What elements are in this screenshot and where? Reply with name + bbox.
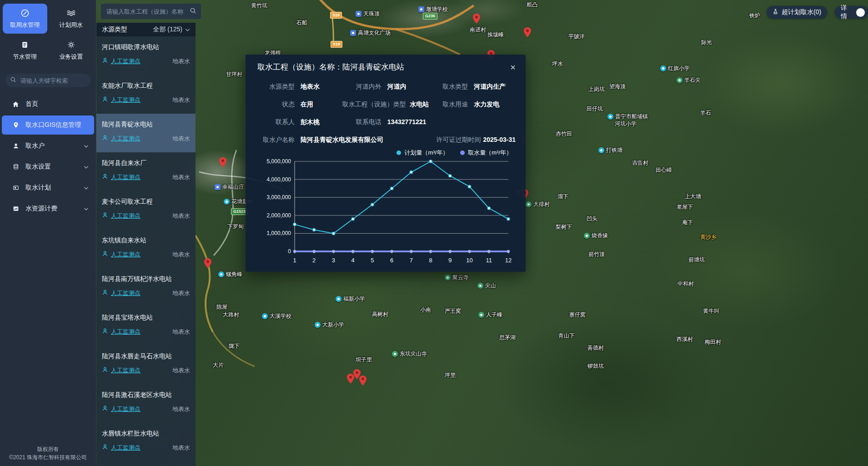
monitor-type-link[interactable]: 人工监测点 xyxy=(111,289,140,297)
sidebar-item-0[interactable]: 首页 xyxy=(0,94,96,115)
field-label: 取水类型 xyxy=(429,83,468,91)
field-value: 彭木桃 xyxy=(301,118,320,126)
person-icon xyxy=(102,212,108,220)
station-list-item[interactable]: 水唇镇水栏肚水电站 人工监测点 地表水 xyxy=(96,423,196,461)
water-source-type: 地表水 xyxy=(172,328,190,336)
svg-text:7: 7 xyxy=(410,257,413,264)
nav-card-1[interactable]: 计划用水 xyxy=(49,4,94,34)
sidebar-search-input[interactable] xyxy=(20,77,101,85)
monitor-type-link[interactable]: 人工监测点 xyxy=(111,328,140,336)
station-list-item[interactable]: 陆河县宝塔水电站 人工监测点 地表水 xyxy=(96,307,196,346)
monitor-type-link[interactable]: 人工监测点 xyxy=(111,173,140,181)
monitor-type-link[interactable]: 人工监测点 xyxy=(111,251,140,259)
nav-card-0[interactable]: 取用水管理 xyxy=(3,4,47,34)
map-label: 中和村 xyxy=(677,280,694,288)
sidebar-item-1[interactable]: 取水口GIS信息管理 xyxy=(2,115,94,135)
map-label: 大溪学校 xyxy=(262,312,291,320)
green-poi-icon xyxy=(478,312,484,318)
monitor-type-link[interactable]: 人工监测点 xyxy=(111,212,140,220)
red-pin-marker[interactable] xyxy=(204,258,211,268)
field-联系电话: 联系电话13432771221 xyxy=(342,118,429,126)
map-label: 打铁塘 xyxy=(598,146,622,154)
sidebar-item-5[interactable]: 水资源计费 xyxy=(0,198,96,219)
svg-text:0: 0 xyxy=(288,248,291,255)
station-name: 麦卡公司取水工程 xyxy=(102,198,190,206)
detail-toggle[interactable]: 详情 xyxy=(835,6,868,19)
map-label: 际光 xyxy=(701,39,712,46)
station-search[interactable] xyxy=(101,4,201,19)
map-label: 善德村 xyxy=(587,344,604,352)
search-icon[interactable] xyxy=(190,7,196,16)
station-name: 陆河县自来水厂 xyxy=(102,159,190,167)
red-pin-marker[interactable] xyxy=(524,27,531,37)
map-label: 螺角峰 xyxy=(218,271,242,278)
monitor-type-link[interactable]: 人工监测点 xyxy=(111,405,140,413)
sidebar-item-3[interactable]: 取水设置 xyxy=(0,156,96,177)
field-label: 水源类型 xyxy=(256,83,295,91)
map-label: 陇下 xyxy=(229,342,240,350)
map-label: 陈屋 xyxy=(216,303,227,311)
water-source-type: 地表水 xyxy=(172,289,190,297)
monitor-type-link[interactable]: 人工监测点 xyxy=(111,366,140,375)
filter-value-dropdown[interactable]: 全部 (125) xyxy=(153,25,190,34)
cyan-poi-icon xyxy=(607,114,613,120)
sidebar-search[interactable] xyxy=(5,74,90,87)
map-label: 溜下 xyxy=(557,193,568,200)
legend-item-0[interactable]: 计划量（m³/年） xyxy=(396,149,448,157)
water-source-type: 地表水 xyxy=(172,57,190,65)
svg-text:2: 2 xyxy=(312,257,316,264)
map-label: 黄沙乡 xyxy=(700,233,717,241)
map-label: 铁炉 xyxy=(749,12,760,20)
map-label: 思茅湖 xyxy=(499,334,516,341)
nav-card-3[interactable]: 业务设置 xyxy=(49,35,94,65)
map-label: 田仔坑 xyxy=(587,105,603,113)
field-label: 河道内外 xyxy=(342,83,381,91)
water-source-type: 地表水 xyxy=(172,135,190,143)
station-list-item[interactable]: 陆河县水唇走马石水电站 人工监测点 地表水 xyxy=(96,346,196,384)
filter-label: 水源类型 xyxy=(102,25,127,34)
red-pin-marker[interactable] xyxy=(359,376,366,386)
sidebar-item-4[interactable]: 取水计划 xyxy=(0,177,96,198)
svg-text:2,000,000: 2,000,000 xyxy=(267,212,291,219)
monitor-type-link[interactable]: 人工监测点 xyxy=(111,57,140,65)
station-search-input[interactable] xyxy=(105,8,187,15)
svg-text:12: 12 xyxy=(505,257,512,264)
field-状态: 状态在用 xyxy=(256,100,342,109)
station-list-item[interactable]: 东坑镇自来水站 人工监测点 地表水 xyxy=(96,230,196,268)
station-list-item[interactable]: 陆河县激石溪老区水电站 人工监测点 地表水 xyxy=(96,384,196,423)
water-source-filter: 水源类型 全部 (125) xyxy=(96,23,196,36)
station-list-item[interactable]: 河口镇唱歌潭水电站 人工监测点 地表水 xyxy=(96,36,196,75)
red-pin-marker[interactable] xyxy=(219,157,226,167)
field-label: 状态 xyxy=(256,100,295,109)
line-chart[interactable]: 01,000,0002,000,0003,000,0004,000,0005,0… xyxy=(256,157,515,266)
station-list-item[interactable]: 麦卡公司取水工程 人工监测点 地表水 xyxy=(96,191,196,230)
nav-card-2[interactable]: 节水管理 xyxy=(3,35,47,65)
svg-text:6: 6 xyxy=(390,257,393,264)
water-source-type: 地表水 xyxy=(172,173,190,181)
detail-toggle-label: 详情 xyxy=(841,4,853,20)
station-detail-modal: 取水工程（设施）名称：陆河县青碇水电站 × 水源类型地表水河道内外河道内取水类型… xyxy=(246,55,526,272)
green-poi-icon xyxy=(392,351,398,357)
station-list-item[interactable]: 陆河县青碇水电站 人工监测点 地表水 xyxy=(96,114,196,152)
station-list-item[interactable]: 陆河县自来水厂 人工监测点 地表水 xyxy=(96,152,196,191)
sidebar-item-2[interactable]: 取水户 xyxy=(0,135,96,156)
legend-item-1[interactable]: 取水量（m³/年） xyxy=(460,149,512,157)
map-label: 福新小学 xyxy=(336,295,365,303)
monitor-type-link[interactable]: 人工监测点 xyxy=(111,444,140,452)
user-icon xyxy=(12,143,20,149)
toggle-knob[interactable] xyxy=(856,8,865,17)
over-plan-intake-button[interactable]: 超计划取水(0) xyxy=(767,6,827,19)
chart-icon xyxy=(12,205,20,212)
cyan-poi-icon xyxy=(218,271,224,277)
monitor-type-link[interactable]: 人工监测点 xyxy=(111,135,140,143)
red-pin-marker[interactable] xyxy=(473,14,480,24)
document-icon xyxy=(21,40,29,50)
station-list-item[interactable]: 陆河县南万镇杞洋水电站 人工监测点 地表水 xyxy=(96,268,196,307)
field-label: 联系人 xyxy=(256,118,295,126)
gear-icon xyxy=(67,40,75,50)
water-source-type: 地表水 xyxy=(172,96,190,104)
station-list-item[interactable]: 友能水厂取水工程 人工监测点 地表水 xyxy=(96,75,196,114)
monitor-type-link[interactable]: 人工监测点 xyxy=(111,96,140,104)
close-icon[interactable]: × xyxy=(507,62,518,73)
chevron-down-icon xyxy=(185,26,190,33)
